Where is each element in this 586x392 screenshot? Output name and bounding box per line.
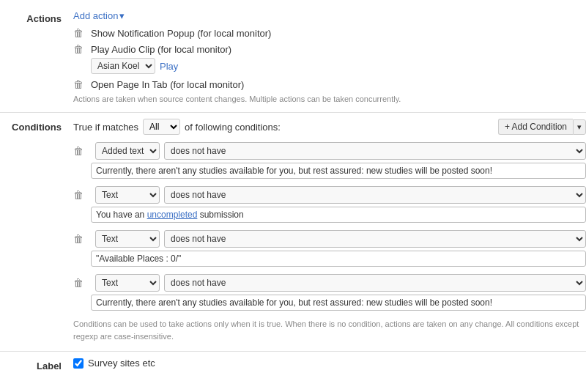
add-condition-main-button[interactable]: + Add Condition: [498, 119, 573, 135]
conditions-label: Conditions: [0, 119, 73, 342]
action-1-text: Show Notification Popup (for local monit…: [91, 28, 271, 39]
condition-3-operator-select[interactable]: does not have contains: [164, 230, 586, 248]
actions-note: Actions are taken when source content ch…: [73, 95, 586, 103]
delete-condition-4-icon[interactable]: 🗑: [73, 277, 85, 289]
delete-action-3-icon[interactable]: 🗑: [73, 78, 85, 90]
delete-action-2-icon[interactable]: 🗑: [73, 43, 85, 55]
conditions-prefix: True if matches: [73, 122, 138, 133]
conditions-suffix: of following conditions:: [185, 122, 281, 133]
delete-condition-1-icon[interactable]: 🗑: [73, 145, 85, 157]
condition-block-4: 🗑 Text Added text does not have contains: [73, 274, 586, 311]
action-row-1: 🗑 Show Notification Popup (for local mon…: [73, 27, 586, 39]
action-row-2: 🗑 Play Audio Clip (for local monitor) As…: [73, 43, 586, 74]
add-action-chevron-icon: ▾: [119, 10, 125, 21]
condition-3-text-input[interactable]: [91, 251, 586, 267]
condition-block-3: 🗑 Text Added text does not have contains: [73, 230, 586, 267]
label-text: Survey sites etc: [88, 358, 155, 369]
conditions-match-row: True if matches All Any of following con…: [73, 119, 281, 135]
label-section-label: Label: [0, 358, 73, 371]
condition-1-field-select[interactable]: Added text Text: [95, 142, 160, 160]
actions-header: Add action ▾: [73, 10, 586, 21]
condition-1-operator-select[interactable]: does not have contains: [164, 142, 586, 160]
label-row: Survey sites etc: [73, 358, 586, 369]
condition-4-text-input[interactable]: [91, 295, 586, 311]
condition-4-operator-select[interactable]: does not have contains: [164, 274, 586, 292]
conditions-note: Conditions can be used to take actions o…: [73, 318, 586, 342]
condition-2-field-select[interactable]: Text Added text: [95, 186, 160, 204]
conditions-header: True if matches All Any of following con…: [73, 119, 586, 135]
condition-3-field-select[interactable]: Text Added text: [95, 230, 160, 248]
label-section-content: Survey sites etc: [73, 358, 586, 371]
add-condition-button[interactable]: + Add Condition ▾: [498, 119, 586, 135]
condition-4-field-select[interactable]: Text Added text: [95, 274, 160, 292]
condition-2-text-display[interactable]: You have an uncompleted submission: [91, 207, 586, 223]
delete-action-1-icon[interactable]: 🗑: [73, 27, 85, 39]
action-row-3: 🗑 Open Page In Tab (for local monitor): [73, 78, 586, 90]
play-audio-button[interactable]: Play: [160, 61, 178, 72]
condition-2-text-before: You have an: [96, 210, 147, 220]
match-select[interactable]: All Any: [143, 119, 180, 135]
condition-block-2: 🗑 Text Added text does not have contains…: [73, 186, 586, 223]
add-condition-arrow-button[interactable]: ▾: [573, 119, 586, 135]
label-checkbox[interactable]: [73, 358, 84, 369]
delete-condition-2-icon[interactable]: 🗑: [73, 189, 85, 201]
actions-content: Add action ▾ 🗑 Show Notification Popup (…: [73, 10, 586, 103]
condition-2-operator-select[interactable]: does not have contains: [164, 186, 586, 204]
condition-1-text-input[interactable]: [91, 163, 586, 179]
audio-clip-select[interactable]: Asian Koel: [91, 58, 155, 74]
condition-block-1: 🗑 Added text Text does not have contains: [73, 142, 586, 179]
condition-2-link: uncompleted: [147, 210, 198, 220]
action-3-text: Open Page In Tab (for local monitor): [91, 79, 244, 90]
action-2-text: Play Audio Clip (for local monitor): [91, 44, 231, 55]
delete-condition-3-icon[interactable]: 🗑: [73, 233, 85, 245]
add-action-button[interactable]: Add action ▾: [73, 10, 125, 21]
condition-2-text-after: submission: [197, 210, 243, 220]
conditions-content: True if matches All Any of following con…: [73, 119, 586, 342]
actions-label: Actions: [0, 10, 73, 103]
